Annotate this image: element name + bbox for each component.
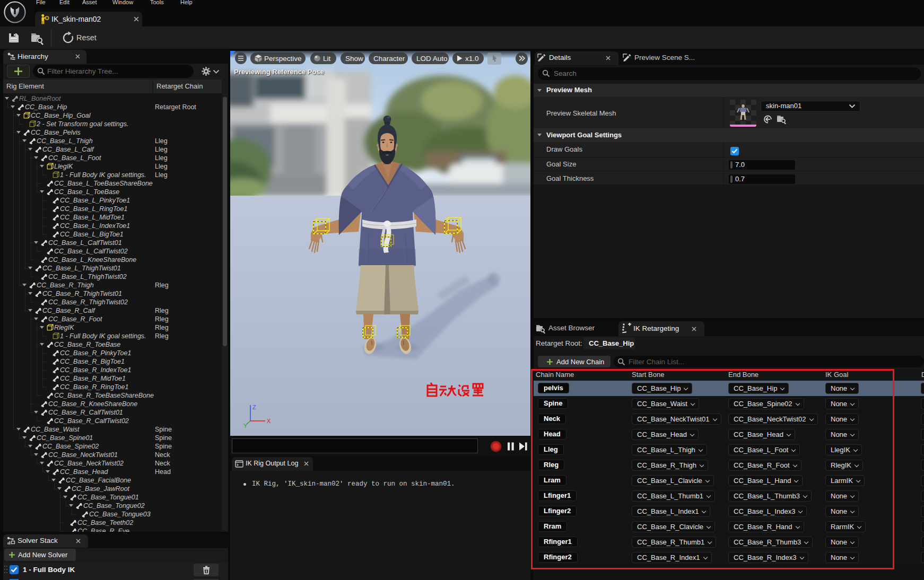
- svg-text:Z: Z: [252, 404, 256, 410]
- svg-text:X: X: [267, 418, 271, 424]
- svg-text:Y: Y: [243, 423, 248, 429]
